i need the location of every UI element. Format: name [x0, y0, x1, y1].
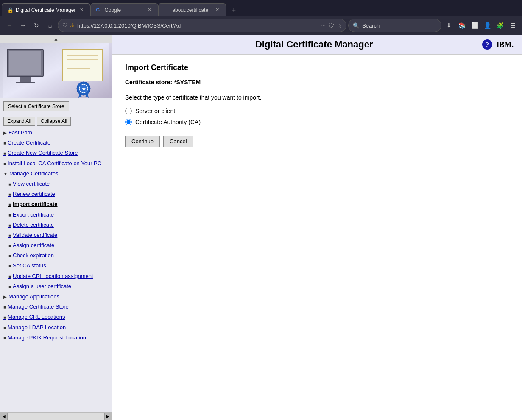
radio-option-server-client[interactable]: Server or client — [125, 108, 509, 114]
tab-dcm-title: Digital Certificate Manager — [16, 7, 75, 13]
manage-cert-store-label: Manage Certificate Store — [8, 303, 69, 311]
install-local-ca-label: Install Local CA Certificate on Your PC — [8, 160, 101, 167]
bullet-icon: ■ — [3, 140, 6, 146]
search-bar[interactable]: 🔍 Search — [348, 19, 441, 32]
scroll-left-button[interactable]: ◀ — [0, 413, 8, 420]
radio-server-client-input[interactable] — [125, 108, 132, 114]
extensions-button[interactable]: 🧩 — [494, 19, 506, 31]
svg-rect-3 — [20, 77, 31, 82]
renew-certificate-label: Renew certificate — [13, 190, 55, 198]
select-cert-store-wrap: Select a Certificate Store — [0, 98, 112, 115]
bullet-icon: ■ — [8, 274, 11, 280]
synced-tabs-button[interactable]: ⬜ — [469, 19, 480, 31]
sidebar-item-create-new-cert-store[interactable]: ■ Create New Certificate Store — [0, 148, 112, 158]
account-button[interactable]: 👤 — [481, 19, 493, 31]
privacy-icon: 🛡 — [329, 22, 334, 29]
update-crl-location-label: Update CRL location assignment — [13, 273, 93, 280]
manage-pkix-request-label: Manage PKIX Request Location — [8, 334, 86, 342]
sidebar-item-set-ca-status[interactable]: ■ Set CA status — [0, 261, 112, 271]
sidebar-item-import-certificate[interactable]: ■ Import certificate — [0, 199, 112, 209]
sidebar-item-export-certificate[interactable]: ■ Export certificate — [0, 210, 112, 220]
library-button[interactable]: 📚 — [456, 19, 468, 31]
radio-option-ca[interactable]: Certificate Authority (CA) — [125, 119, 509, 125]
tab-about-close[interactable]: ✕ — [214, 7, 221, 14]
bullet-icon: ■ — [8, 263, 11, 269]
tab-google[interactable]: G Google ✕ — [90, 3, 158, 16]
sidebar-item-manage-cert-store[interactable]: ■ Manage Certificate Store — [0, 302, 112, 312]
address-text: https://127.0.0.1:2010/QIBM/ICSS/Cert/Ad — [77, 22, 318, 29]
main-content: Digital Certificate Manager ? IBM. Impor… — [112, 35, 522, 420]
tab-dcm[interactable]: 🔒 Digital Certificate Manager ✕ — [2, 3, 90, 16]
tab-bar: 🔒 Digital Certificate Manager ✕ G Google… — [0, 0, 522, 16]
forward-button[interactable]: → — [17, 19, 29, 31]
bullet-icon: ■ — [8, 284, 11, 290]
bullet-icon: ■ — [8, 253, 11, 259]
select-cert-store-button[interactable]: Select a Certificate Store — [3, 101, 69, 111]
expand-all-button[interactable]: Expand All — [3, 117, 35, 126]
continue-button[interactable]: Continue — [125, 136, 160, 147]
manage-applications-label: Manage Applications — [8, 293, 59, 300]
bullet-icon: ■ — [8, 202, 11, 208]
home-button[interactable]: ⌂ — [44, 19, 56, 31]
sidebar-item-update-crl-location[interactable]: ■ Update CRL location assignment — [0, 271, 112, 281]
scroll-up-icon[interactable]: ▲ — [53, 36, 59, 42]
sidebar-item-install-local-ca[interactable]: ■ Install Local CA Certificate on Your P… — [0, 159, 112, 169]
download-button[interactable]: ⬇ — [443, 19, 455, 31]
menu-button[interactable]: ☰ — [507, 19, 519, 31]
assign-user-cert-label: Assign a user certificate — [13, 283, 71, 290]
sidebar-item-create-certificate[interactable]: ■ Create Certificate — [0, 138, 112, 148]
sidebar-item-check-expiration[interactable]: ■ Check expiration — [0, 250, 112, 261]
button-row: Continue Cancel — [125, 136, 509, 147]
svg-rect-5 — [62, 49, 103, 81]
tab-about-favicon — [164, 7, 170, 13]
tab-google-favicon: G — [96, 7, 102, 13]
sidebar-item-manage-crl-locations[interactable]: ■ Manage CRL Locations — [0, 312, 112, 322]
sidebar-item-manage-applications[interactable]: ▶ Manage Applications — [0, 292, 112, 302]
fast-path-label: Fast Path — [8, 129, 32, 136]
address-more-icon[interactable]: ··· — [321, 22, 326, 28]
radio-ca-label: Certificate Authority (CA) — [135, 119, 201, 125]
tab-google-close[interactable]: ✕ — [146, 7, 153, 14]
bullet-icon: ■ — [8, 192, 11, 197]
svg-rect-4 — [16, 82, 35, 83]
horiz-scroll-track[interactable] — [8, 413, 104, 420]
scroll-right-button[interactable]: ▶ — [104, 413, 112, 420]
ibm-logo: IBM. — [497, 40, 514, 49]
sidebar-item-delete-certificate[interactable]: ■ Delete certificate — [0, 220, 112, 230]
sidebar-item-validate-certificate[interactable]: ■ Validate certificate — [0, 230, 112, 240]
arrow-down-icon: ▼ — [3, 171, 8, 177]
manage-crl-locations-label: Manage CRL Locations — [8, 313, 65, 321]
app-title: Digital Certificate Manager — [146, 39, 482, 50]
sidebar-scroll-up: ▲ — [0, 35, 112, 43]
sidebar-item-manage-certificates[interactable]: ▼ Manage Certificates — [0, 169, 112, 179]
help-button[interactable]: ? — [482, 39, 492, 50]
new-tab-button[interactable]: + — [228, 4, 240, 16]
sidebar-item-manage-ldap-location[interactable]: ■ Manage LDAP Location — [0, 323, 112, 333]
bullet-icon: ■ — [8, 243, 11, 249]
sidebar-banner-image: ★ — [0, 43, 112, 98]
sidebar-item-assign-certificate[interactable]: ■ Assign certificate — [0, 240, 112, 250]
tab-dcm-close[interactable]: ✕ — [78, 7, 85, 14]
page-content: ▲ — [0, 35, 522, 420]
address-bar[interactable]: 🛡 ⚠ https://127.0.0.1:2010/QIBM/ICSS/Cer… — [58, 19, 346, 32]
assign-certificate-label: Assign certificate — [13, 242, 54, 249]
triangle-icon: ▶ — [3, 294, 7, 300]
create-certificate-label: Create Certificate — [8, 139, 50, 147]
bookmark-icon[interactable]: ☆ — [337, 22, 342, 29]
browser-chrome: 🔒 Digital Certificate Manager ✕ G Google… — [0, 0, 522, 35]
import-certificate-label: Import certificate — [13, 200, 57, 208]
bullet-icon: ■ — [3, 161, 6, 167]
collapse-all-button[interactable]: Collapse All — [37, 117, 71, 126]
check-expiration-label: Check expiration — [13, 252, 54, 259]
cancel-button[interactable]: Cancel — [163, 136, 193, 147]
refresh-button[interactable]: ↻ — [31, 19, 42, 31]
radio-ca-input[interactable] — [125, 119, 132, 125]
browser-toolbar-right: ⬇ 📚 ⬜ 👤 🧩 ☰ — [443, 19, 519, 31]
sidebar-item-renew-certificate[interactable]: ■ Renew certificate — [0, 189, 112, 199]
sidebar-item-manage-pkix-request[interactable]: ■ Manage PKIX Request Location — [0, 333, 112, 343]
tab-about[interactable]: about:certificate ✕ — [158, 3, 226, 16]
sidebar-item-fast-path[interactable]: ▶ Fast Path — [0, 128, 112, 138]
back-button[interactable]: ← — [3, 19, 15, 31]
sidebar-item-view-certificate[interactable]: ■ View certificate — [0, 179, 112, 189]
sidebar-item-assign-user-cert[interactable]: ■ Assign a user certificate — [0, 281, 112, 292]
